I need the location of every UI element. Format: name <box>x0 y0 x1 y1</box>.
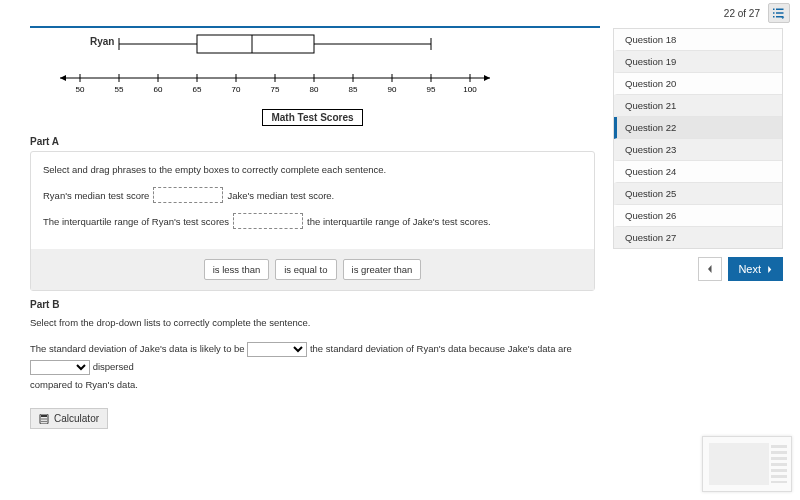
svg-rect-3 <box>776 12 784 14</box>
question-list-toggle[interactable] <box>768 3 790 23</box>
part-b-seg2: the standard deviation of Ryan's data be… <box>310 343 572 354</box>
dropdown-2[interactable] <box>30 360 90 375</box>
svg-text:70: 70 <box>232 85 241 94</box>
question-item-27[interactable]: Question 27 <box>614 227 782 248</box>
svg-text:85: 85 <box>349 85 358 94</box>
calculator-label: Calculator <box>54 413 99 424</box>
question-item-26[interactable]: Question 26 <box>614 205 782 227</box>
question-item-18[interactable]: Question 18 <box>614 29 782 51</box>
sentence2-prefix: The interquartile range of Ryan's test s… <box>43 214 229 229</box>
svg-text:90: 90 <box>388 85 397 94</box>
calculator-button[interactable]: Calculator <box>30 408 108 429</box>
part-b-seg4: compared to Ryan's data. <box>30 376 595 394</box>
part-b-seg3: dispersed <box>93 361 134 372</box>
question-list: Question 18 Question 19 Question 20 Ques… <box>613 28 783 249</box>
question-content: Ryan 50 55 60 65 70 75 80 85 <box>30 28 605 429</box>
series-label-ryan: Ryan <box>90 36 114 47</box>
svg-text:80: 80 <box>310 85 319 94</box>
question-item-20[interactable]: Question 20 <box>614 73 782 95</box>
phrase-bank: is less than is equal to is greater than <box>31 249 594 290</box>
svg-marker-6 <box>781 17 784 19</box>
svg-rect-2 <box>773 12 775 14</box>
part-a-label: Part A <box>30 136 595 147</box>
phrase-equal-to[interactable]: is equal to <box>275 259 336 280</box>
question-item-23[interactable]: Question 23 <box>614 139 782 161</box>
svg-text:95: 95 <box>427 85 436 94</box>
question-item-24[interactable]: Question 24 <box>614 161 782 183</box>
svg-text:60: 60 <box>154 85 163 94</box>
svg-text:50: 50 <box>76 85 85 94</box>
svg-point-41 <box>43 418 44 419</box>
svg-text:55: 55 <box>115 85 124 94</box>
question-item-22[interactable]: Question 22 <box>614 117 782 139</box>
svg-marker-47 <box>768 266 771 273</box>
svg-marker-46 <box>708 265 712 273</box>
svg-point-44 <box>43 421 44 422</box>
question-item-19[interactable]: Question 19 <box>614 51 782 73</box>
progress-text: 22 of 27 <box>724 8 760 19</box>
question-item-21[interactable]: Question 21 <box>614 95 782 117</box>
drop-target-1[interactable] <box>153 187 223 203</box>
part-b-seg1: The standard deviation of Jake's data is… <box>30 343 245 354</box>
svg-rect-36 <box>197 35 314 53</box>
part-a-container: Select and drag phrases to the empty box… <box>30 151 595 291</box>
svg-marker-8 <box>60 75 66 81</box>
next-button[interactable]: Next <box>728 257 783 281</box>
drop-target-2[interactable] <box>233 213 303 229</box>
sentence1-prefix: Ryan's median test score <box>43 188 149 203</box>
question-item-25[interactable]: Question 25 <box>614 183 782 205</box>
chevron-right-icon <box>766 266 773 273</box>
svg-text:65: 65 <box>193 85 202 94</box>
svg-rect-39 <box>41 415 47 417</box>
next-label: Next <box>738 263 761 275</box>
svg-text:75: 75 <box>271 85 280 94</box>
phrase-greater-than[interactable]: is greater than <box>343 259 422 280</box>
dropdown-1[interactable] <box>247 342 307 357</box>
sentence1-suffix: Jake's median test score. <box>227 188 334 203</box>
svg-text:100: 100 <box>463 85 477 94</box>
svg-point-45 <box>45 421 46 422</box>
part-a-instructions: Select and drag phrases to the empty box… <box>43 162 582 177</box>
sentence2-suffix: the interquartile range of Jake's test s… <box>307 214 490 229</box>
page-thumbnail[interactable] <box>702 436 792 492</box>
calculator-icon <box>39 414 49 424</box>
svg-point-42 <box>45 418 46 419</box>
svg-rect-1 <box>776 9 784 11</box>
chart-title: Math Test Scores <box>262 109 362 126</box>
svg-point-43 <box>41 421 42 422</box>
svg-rect-4 <box>773 16 775 18</box>
boxplot-chart: Ryan 50 55 60 65 70 75 80 85 <box>30 30 595 105</box>
list-icon <box>773 7 785 19</box>
chevron-left-icon <box>706 265 714 273</box>
prev-button[interactable] <box>698 257 722 281</box>
svg-rect-0 <box>773 9 775 11</box>
phrase-less-than[interactable]: is less than <box>204 259 270 280</box>
part-b-instructions: Select from the drop-down lists to corre… <box>30 314 595 332</box>
svg-point-40 <box>41 418 42 419</box>
svg-marker-9 <box>484 75 490 81</box>
part-b-label: Part B <box>30 299 595 310</box>
